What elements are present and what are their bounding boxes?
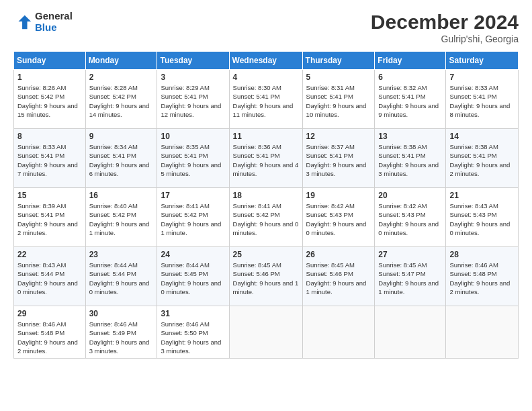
day-info: Sunrise: 8:44 AMSunset: 5:44 PMDaylight:… [89,261,154,296]
day-number: 9 [89,132,154,141]
calendar-header-row: Sunday Monday Tuesday Wednesday Thursday… [14,52,519,70]
day-number: 19 [306,191,371,200]
logo-general: General [35,10,73,21]
calendar-cell: 16 Sunrise: 8:40 AMSunset: 5:42 PMDaylig… [85,188,157,247]
day-number: 10 [161,132,225,141]
logo-blue: Blue [35,21,57,33]
calendar-cell: 30 Sunrise: 8:46 AMSunset: 5:49 PMDaylig… [85,306,157,359]
calendar-cell: 2 Sunrise: 8:28 AMSunset: 5:42 PMDayligh… [85,70,157,129]
day-number: 26 [306,250,371,259]
calendar-cell [302,306,375,359]
day-number: 28 [449,250,515,259]
calendar-cell: 20 Sunrise: 8:42 AMSunset: 5:43 PMDaylig… [375,188,446,247]
day-number: 5 [306,73,371,82]
day-info: Sunrise: 8:41 AMSunset: 5:42 PMDaylight:… [233,201,299,237]
logo: General Blue [13,11,73,33]
day-number: 4 [233,73,299,82]
calendar-cell: 17 Sunrise: 8:41 AMSunset: 5:42 PMDaylig… [157,188,229,247]
day-number: 18 [233,191,299,200]
day-number: 14 [449,132,515,141]
col-tuesday: Tuesday [157,52,229,70]
col-wednesday: Wednesday [229,52,302,70]
calendar-cell [446,306,519,359]
location-subtitle: Gulrip'shi, Georgia [371,34,519,44]
calendar-cell: 8 Sunrise: 8:33 AMSunset: 5:41 PMDayligh… [14,129,86,188]
day-info: Sunrise: 8:41 AMSunset: 5:42 PMDaylight:… [161,201,225,237]
day-info: Sunrise: 8:43 AMSunset: 5:44 PMDaylight:… [17,261,82,296]
month-title: December 2024 [371,11,519,34]
day-info: Sunrise: 8:33 AMSunset: 5:41 PMDaylight:… [17,142,82,178]
day-info: Sunrise: 8:46 AMSunset: 5:48 PMDaylight:… [449,261,515,296]
day-number: 16 [89,191,154,200]
day-info: Sunrise: 8:29 AMSunset: 5:41 PMDaylight:… [161,83,225,119]
calendar-cell: 22 Sunrise: 8:43 AMSunset: 5:44 PMDaylig… [14,247,86,306]
logo-icon [13,13,32,32]
col-thursday: Thursday [302,52,375,70]
calendar-cell: 25 Sunrise: 8:45 AMSunset: 5:46 PMDaylig… [229,247,302,306]
calendar-cell: 4 Sunrise: 8:30 AMSunset: 5:41 PMDayligh… [229,70,302,129]
calendar-cell: 18 Sunrise: 8:41 AMSunset: 5:42 PMDaylig… [229,188,302,247]
day-info: Sunrise: 8:45 AMSunset: 5:47 PMDaylight:… [378,261,442,296]
calendar-cell: 12 Sunrise: 8:37 AMSunset: 5:41 PMDaylig… [302,129,375,188]
day-info: Sunrise: 8:38 AMSunset: 5:41 PMDaylight:… [378,142,442,178]
day-number: 2 [89,73,154,82]
calendar-cell: 1 Sunrise: 8:26 AMSunset: 5:42 PMDayligh… [14,70,86,129]
calendar-cell: 3 Sunrise: 8:29 AMSunset: 5:41 PMDayligh… [157,70,229,129]
day-number: 23 [89,250,154,259]
calendar-cell: 10 Sunrise: 8:35 AMSunset: 5:41 PMDaylig… [157,129,229,188]
day-number: 15 [17,191,82,200]
day-info: Sunrise: 8:32 AMSunset: 5:41 PMDaylight:… [378,83,442,119]
day-info: Sunrise: 8:42 AMSunset: 5:43 PMDaylight:… [378,201,442,237]
day-number: 20 [378,191,442,200]
day-number: 17 [161,191,225,200]
day-number: 11 [233,132,299,141]
day-info: Sunrise: 8:28 AMSunset: 5:42 PMDaylight:… [89,83,154,119]
day-number: 7 [449,73,515,82]
day-number: 27 [378,250,442,259]
day-number: 31 [161,309,225,318]
day-info: Sunrise: 8:38 AMSunset: 5:41 PMDaylight:… [449,142,515,178]
calendar-cell: 28 Sunrise: 8:46 AMSunset: 5:48 PMDaylig… [446,247,519,306]
day-number: 22 [17,250,82,259]
calendar-cell: 29 Sunrise: 8:46 AMSunset: 5:48 PMDaylig… [14,306,86,359]
day-info: Sunrise: 8:42 AMSunset: 5:43 PMDaylight:… [306,201,371,237]
day-info: Sunrise: 8:43 AMSunset: 5:43 PMDaylight:… [449,201,515,237]
calendar-cell: 24 Sunrise: 8:44 AMSunset: 5:45 PMDaylig… [157,247,229,306]
day-info: Sunrise: 8:30 AMSunset: 5:41 PMDaylight:… [233,83,299,119]
day-info: Sunrise: 8:44 AMSunset: 5:45 PMDaylight:… [161,261,225,296]
day-info: Sunrise: 8:34 AMSunset: 5:41 PMDaylight:… [89,142,154,178]
calendar-cell: 23 Sunrise: 8:44 AMSunset: 5:44 PMDaylig… [85,247,157,306]
calendar-cell [375,306,446,359]
day-info: Sunrise: 8:46 AMSunset: 5:48 PMDaylight:… [17,320,82,355]
day-info: Sunrise: 8:46 AMSunset: 5:50 PMDaylight:… [161,320,225,355]
day-number: 1 [17,73,82,82]
page: General Blue December 2024 Gulrip'shi, G… [0,0,532,411]
calendar-cell: 6 Sunrise: 8:32 AMSunset: 5:41 PMDayligh… [375,70,446,129]
calendar-cell: 7 Sunrise: 8:33 AMSunset: 5:41 PMDayligh… [446,70,519,129]
calendar-cell [229,306,302,359]
calendar-cell: 11 Sunrise: 8:36 AMSunset: 5:41 PMDaylig… [229,129,302,188]
day-number: 21 [449,191,515,200]
calendar-cell: 27 Sunrise: 8:45 AMSunset: 5:47 PMDaylig… [375,247,446,306]
day-number: 12 [306,132,371,141]
svg-marker-0 [18,15,31,29]
day-info: Sunrise: 8:39 AMSunset: 5:41 PMDaylight:… [17,201,82,237]
col-monday: Monday [85,52,157,70]
day-info: Sunrise: 8:35 AMSunset: 5:41 PMDaylight:… [161,142,225,178]
day-info: Sunrise: 8:37 AMSunset: 5:41 PMDaylight:… [306,142,371,178]
day-number: 8 [17,132,82,141]
day-number: 24 [161,250,225,259]
day-info: Sunrise: 8:33 AMSunset: 5:41 PMDaylight:… [449,83,515,119]
col-sunday: Sunday [14,52,86,70]
calendar-cell: 5 Sunrise: 8:31 AMSunset: 5:41 PMDayligh… [302,70,375,129]
calendar-cell: 26 Sunrise: 8:45 AMSunset: 5:46 PMDaylig… [302,247,375,306]
calendar-cell: 14 Sunrise: 8:38 AMSunset: 5:41 PMDaylig… [446,129,519,188]
day-number: 30 [89,309,154,318]
calendar: Sunday Monday Tuesday Wednesday Thursday… [13,51,519,359]
day-number: 25 [233,250,299,259]
day-number: 6 [378,73,442,82]
header: General Blue December 2024 Gulrip'shi, G… [13,11,519,44]
calendar-cell: 21 Sunrise: 8:43 AMSunset: 5:43 PMDaylig… [446,188,519,247]
day-info: Sunrise: 8:45 AMSunset: 5:46 PMDaylight:… [306,261,371,296]
day-number: 13 [378,132,442,141]
